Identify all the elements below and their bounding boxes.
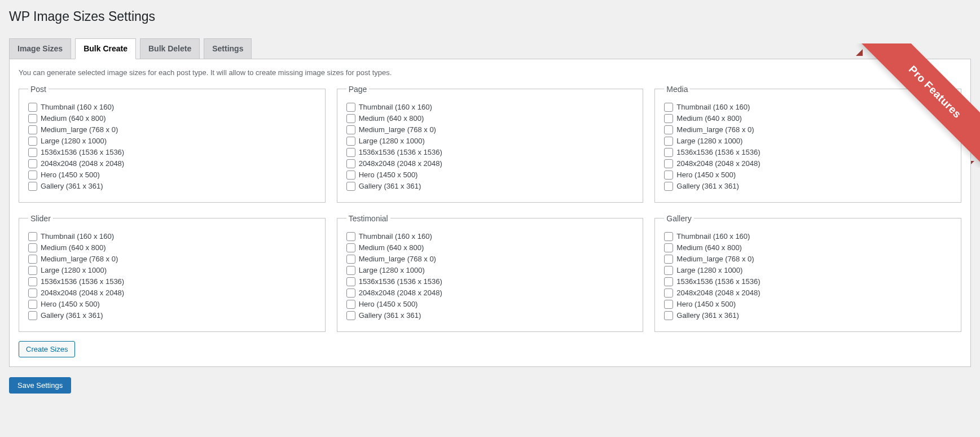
size-label[interactable]: Large (1280 x 1000) [41,266,107,274]
size-checkbox[interactable] [664,159,673,168]
size-checkbox[interactable] [346,311,355,320]
size-label[interactable]: Gallery (361 x 361) [359,182,421,190]
size-checkbox[interactable] [346,243,355,252]
size-label[interactable]: Medium_large (768 x 0) [676,255,754,263]
size-checkbox[interactable] [664,266,673,275]
size-label[interactable]: Medium_large (768 x 0) [41,125,118,134]
size-checkbox[interactable] [346,137,355,146]
size-checkbox[interactable] [28,266,37,275]
size-checkbox[interactable] [346,171,355,180]
size-checkbox[interactable] [346,148,355,157]
size-checkbox[interactable] [346,300,355,309]
size-checkbox[interactable] [346,125,355,134]
size-label[interactable]: 2048x2048 (2048 x 2048) [41,289,124,297]
size-label[interactable]: 1536x1536 (1536 x 1536) [41,277,124,286]
size-checkbox[interactable] [664,114,673,123]
tab-image-sizes[interactable]: Image Sizes [9,38,71,59]
size-label[interactable]: Hero (1450 x 500) [41,171,100,179]
size-checkbox[interactable] [346,289,355,298]
size-checkbox[interactable] [346,266,355,275]
size-checkbox[interactable] [28,300,37,309]
size-label[interactable]: Medium_large (768 x 0) [676,125,754,134]
size-label[interactable]: 1536x1536 (1536 x 1536) [676,148,760,156]
size-label[interactable]: Gallery (361 x 361) [676,182,739,190]
size-checkbox[interactable] [28,103,37,112]
size-label[interactable]: Gallery (361 x 361) [41,182,103,190]
size-checkbox[interactable] [28,137,37,146]
size-label[interactable]: Gallery (361 x 361) [676,311,739,320]
size-checkbox[interactable] [28,148,37,157]
size-label[interactable]: 2048x2048 (2048 x 2048) [676,159,760,168]
size-checkbox[interactable] [664,311,673,320]
size-label[interactable]: 1536x1536 (1536 x 1536) [676,277,760,286]
size-checkbox[interactable] [346,159,355,168]
size-label[interactable]: 1536x1536 (1536 x 1536) [41,148,124,156]
size-label[interactable]: Large (1280 x 1000) [359,137,425,145]
size-checkbox[interactable] [346,182,355,191]
size-checkbox[interactable] [346,114,355,123]
size-checkbox[interactable] [28,311,37,320]
size-label[interactable]: Thumbnail (160 x 160) [41,232,114,241]
size-checkbox[interactable] [664,148,673,157]
size-checkbox[interactable] [664,103,673,112]
size-checkbox[interactable] [664,182,673,191]
size-label[interactable]: Thumbnail (160 x 160) [359,232,432,241]
size-label[interactable]: Gallery (361 x 361) [359,311,421,320]
size-label[interactable]: Medium (640 x 800) [41,243,106,252]
size-label[interactable]: Hero (1450 x 500) [359,171,418,179]
size-checkbox[interactable] [664,255,673,264]
size-checkbox[interactable] [28,255,37,264]
size-label[interactable]: 1536x1536 (1536 x 1536) [359,277,442,286]
size-label[interactable]: Medium (640 x 800) [41,114,106,123]
size-label[interactable]: Medium_large (768 x 0) [41,255,118,263]
size-checkbox[interactable] [664,171,673,180]
size-label[interactable]: Large (1280 x 1000) [359,266,425,274]
size-label[interactable]: 2048x2048 (2048 x 2048) [359,159,442,168]
size-label[interactable]: Thumbnail (160 x 160) [359,103,432,111]
size-checkbox[interactable] [28,232,37,241]
create-sizes-button[interactable]: Create Sizes [19,341,75,357]
size-checkbox[interactable] [28,171,37,180]
size-label[interactable]: Thumbnail (160 x 160) [41,103,114,111]
size-label[interactable]: Large (1280 x 1000) [676,137,742,145]
size-label[interactable]: Thumbnail (160 x 160) [676,232,750,241]
size-checkbox[interactable] [28,125,37,134]
size-checkbox[interactable] [346,232,355,241]
size-label[interactable]: Hero (1450 x 500) [676,171,736,179]
size-label[interactable]: Medium (640 x 800) [676,243,742,252]
size-checkbox[interactable] [28,182,37,191]
tab-bulk-delete[interactable]: Bulk Delete [140,38,200,59]
size-checkbox[interactable] [664,125,673,134]
size-label[interactable]: Hero (1450 x 500) [359,300,418,308]
size-label[interactable]: 2048x2048 (2048 x 2048) [676,289,760,297]
tab-settings[interactable]: Settings [204,38,252,59]
size-label[interactable]: Medium (640 x 800) [676,114,742,123]
size-label[interactable]: Large (1280 x 1000) [41,137,107,145]
size-label[interactable]: Hero (1450 x 500) [676,300,736,308]
size-label[interactable]: Large (1280 x 1000) [676,266,742,274]
size-label[interactable]: Thumbnail (160 x 160) [676,103,750,111]
size-checkbox[interactable] [664,232,673,241]
size-checkbox[interactable] [664,137,673,146]
tab-bulk-create[interactable]: Bulk Create [75,38,136,59]
size-checkbox[interactable] [346,277,355,286]
size-checkbox[interactable] [346,103,355,112]
size-checkbox[interactable] [28,289,37,298]
size-checkbox[interactable] [346,255,355,264]
size-checkbox[interactable] [664,300,673,309]
size-label[interactable]: Medium_large (768 x 0) [359,255,436,263]
size-checkbox[interactable] [28,159,37,168]
size-label[interactable]: Hero (1450 x 500) [41,300,100,308]
size-checkbox[interactable] [664,243,673,252]
size-checkbox[interactable] [664,277,673,286]
size-label[interactable]: Gallery (361 x 361) [41,311,103,320]
size-label[interactable]: 2048x2048 (2048 x 2048) [41,159,124,168]
size-checkbox[interactable] [28,114,37,123]
size-checkbox[interactable] [28,277,37,286]
size-label[interactable]: Medium (640 x 800) [359,243,424,252]
size-label[interactable]: 1536x1536 (1536 x 1536) [359,148,442,156]
save-settings-button[interactable]: Save Settings [9,377,71,394]
size-checkbox[interactable] [664,289,673,298]
size-label[interactable]: 2048x2048 (2048 x 2048) [359,289,442,297]
size-label[interactable]: Medium_large (768 x 0) [359,125,436,134]
